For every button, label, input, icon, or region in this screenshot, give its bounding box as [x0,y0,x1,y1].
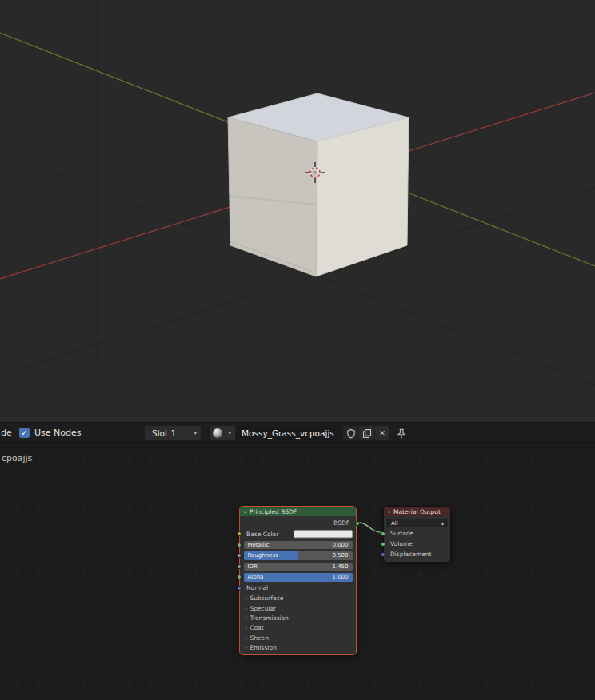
shield-icon [346,428,356,439]
sheen-panel[interactable]: › Sheen [240,633,356,642]
collapse-icon[interactable]: ⌄ [387,509,391,514]
base-color-swatch[interactable] [294,531,353,539]
chevron-down-icon: ▾ [228,430,231,436]
normal-row: Normal [240,583,356,594]
principled-bsdf-node[interactable]: ⌄ Principled BSDF BSDF Base Color [239,506,357,655]
node-title: Principled BSDF [250,508,297,515]
unlink-material-button[interactable]: ✕ [375,426,389,440]
new-material-button[interactable] [359,426,374,440]
emission-panel[interactable]: › Emission [240,642,356,652]
use-nodes-label: Use Nodes [34,428,82,438]
checkbox-check-icon: ✓ [21,428,27,437]
viewport-canvas [0,0,595,422]
chevron-right-icon: › [240,625,247,632]
base-color-socket[interactable] [237,531,242,536]
close-icon: ✕ [379,429,385,437]
chevron-right-icon: › [240,634,247,642]
metallic-row: Metallic 0.000 [240,539,356,551]
alpha-socket[interactable] [237,575,242,579]
shader-node-editor-canvas[interactable]: cpoajjs ⌄ Principled BSDF BSDF Base Colo… [0,443,595,700]
ior-label: IOR [248,563,258,571]
alpha-value: 1.000 [332,573,348,582]
material-slot-dropdown[interactable]: Slot 1 ▾ [145,426,201,440]
bsdf-output-socket[interactable] [355,521,360,526]
panel-label: Coat [250,624,263,631]
material-name-value: Mossy_Grass_vcpoajjs [242,426,334,440]
base-color-row: Base Color [240,529,356,540]
shader-editor-header: de ✓ Use Nodes Slot 1 ▾ ▾ Mossy_Grass_vc… [0,422,595,443]
surface-label: Surface [384,530,413,537]
pin-icon [396,428,407,439]
use-nodes-checkbox[interactable]: ✓ [19,428,30,438]
bsdf-output-label: BSDF [333,519,356,527]
metallic-label: Metallic [248,541,270,550]
normal-socket[interactable] [237,586,242,591]
node-title: Material Output [393,508,441,515]
metallic-value: 0.000 [332,541,348,550]
roughness-slider[interactable]: Roughness 0.500 [244,551,353,560]
ior-slider[interactable]: IOR 1.450 [244,563,353,571]
surface-socket[interactable] [381,531,385,536]
volume-label: Volume [384,540,413,547]
bsdf-to-surface-link [357,523,383,533]
roughness-value: 0.500 [332,551,348,560]
panel-label: Specular [250,605,276,612]
ior-socket[interactable] [237,564,242,569]
volume-input-row: Volume [384,539,450,549]
subsurface-panel[interactable]: › Subsurface [240,594,356,603]
alpha-row: Alpha 1.000 [240,572,356,583]
alpha-slider[interactable]: Alpha 1.000 [244,573,353,582]
slot-dropdown-value: Slot 1 [152,426,176,440]
cube-right-face [316,117,409,276]
panel-label: Transmission [250,614,288,622]
chevron-right-icon: › [240,605,247,612]
output-target-value: All [391,520,398,527]
normal-label: Normal [240,584,268,591]
duplicate-icon [362,428,372,439]
panel-label: Subsurface [250,595,283,602]
chevron-down-icon: ▾ [194,430,197,436]
principled-node-header[interactable]: ⌄ Principled BSDF [240,507,356,516]
browse-material-button[interactable]: ▾ [210,426,235,440]
material-output-node[interactable]: ⌄ Material Output All ▾ Surface Volume D… [383,506,451,563]
base-color-label: Base Color [240,531,278,538]
3d-viewport[interactable] [0,0,595,422]
displacement-socket[interactable] [381,552,385,557]
chevron-right-icon: › [240,644,247,651]
breadcrumb: cpoajjs [2,453,32,463]
output-node-header[interactable]: ⌄ Material Output [384,507,450,516]
principled-node-body: BSDF Base Color Metallic 0.000 [240,516,356,653]
surface-input-row: Surface [384,528,450,539]
bsdf-output-row: BSDF [240,518,356,529]
chevron-down-icon: ▾ [441,520,444,526]
panel-label: Emission [250,644,276,651]
blender-window: de ✓ Use Nodes Slot 1 ▾ ▾ Mossy_Grass_vc… [0,0,595,700]
output-target-dropdown[interactable]: All ▾ [387,519,447,527]
pin-button[interactable] [396,428,407,439]
material-name-field[interactable]: Mossy_Grass_vcpoajjs [236,426,342,440]
clipped-menu-text: de [1,428,12,438]
displacement-label: Displacement [384,551,432,558]
material-preview-icon [213,428,222,438]
roughness-socket[interactable] [237,553,242,558]
transmission-panel[interactable]: › Transmission [240,613,356,622]
metallic-slider[interactable]: Metallic 0.000 [244,541,353,550]
cube-object[interactable] [228,93,409,276]
fake-user-button[interactable] [343,426,358,440]
displacement-input-row: Displacement [384,549,450,559]
volume-socket[interactable] [381,542,385,547]
metallic-socket[interactable] [237,543,242,547]
ior-row: IOR 1.450 [240,561,356,572]
ior-value: 1.450 [332,563,348,571]
panel-label: Sheen [250,634,269,642]
chevron-right-icon: › [240,595,247,602]
chevron-right-icon: › [240,614,247,622]
roughness-row: Roughness 0.500 [240,551,356,562]
roughness-label: Roughness [248,551,278,560]
specular-panel[interactable]: › Specular [240,603,356,613]
coat-panel[interactable]: › Coat [240,623,356,633]
alpha-label: Alpha [248,573,264,582]
collapse-icon[interactable]: ⌄ [243,509,247,514]
